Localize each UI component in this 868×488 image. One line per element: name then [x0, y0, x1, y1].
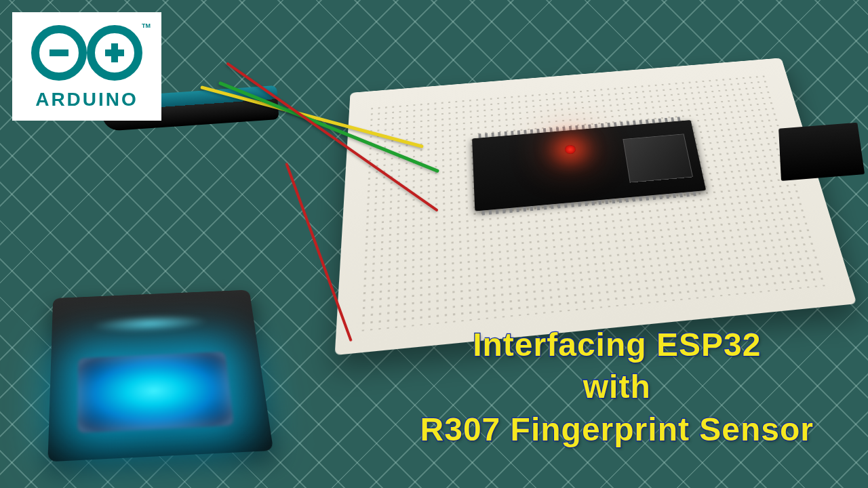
- arduino-logo: TM ARDUINO: [12, 12, 161, 121]
- sensor-scanner-light: [77, 352, 234, 434]
- power-led-icon: [565, 145, 576, 155]
- title-overlay: Interfacing ESP32 with R307 Fingerprint …: [420, 324, 814, 451]
- title-line-1: Interfacing ESP32: [420, 324, 814, 366]
- infinity-minus-icon: [31, 25, 87, 81]
- title-line-2: with: [420, 366, 814, 408]
- arduino-infinity-icon: TM: [26, 22, 148, 83]
- breadboard: [335, 58, 857, 355]
- esp32-board: [472, 120, 706, 211]
- trademark-label: TM: [142, 22, 151, 29]
- sensor-reflection: [92, 313, 210, 335]
- arduino-brand-text: ARDUINO: [35, 89, 138, 110]
- title-line-3: R307 Fingerprint Sensor: [420, 409, 814, 451]
- r307-fingerprint-sensor: [47, 290, 273, 462]
- esp32-wifi-chip: [623, 134, 693, 182]
- connector-block: [778, 123, 865, 181]
- infinity-plus-icon: [87, 25, 142, 81]
